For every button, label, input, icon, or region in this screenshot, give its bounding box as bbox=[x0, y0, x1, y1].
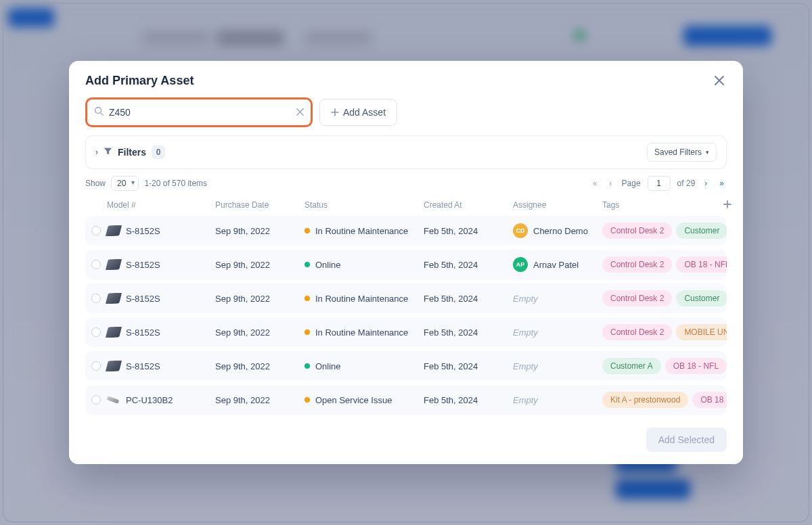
status-dot-icon bbox=[304, 363, 310, 369]
search-field-wrap[interactable] bbox=[85, 97, 313, 127]
page-size-select[interactable]: 20 bbox=[111, 176, 139, 191]
tag[interactable]: Customer bbox=[676, 223, 727, 239]
device-icon bbox=[107, 327, 120, 338]
page-input[interactable] bbox=[648, 176, 671, 191]
x-icon bbox=[296, 108, 304, 116]
purchase-date: Sep 9th, 2022 bbox=[212, 260, 302, 270]
device-icon bbox=[107, 259, 120, 270]
purchase-date: Sep 9th, 2022 bbox=[212, 294, 302, 304]
tags-cell: Control Desk 2Customer bbox=[600, 223, 727, 239]
purchase-date: Sep 9th, 2022 bbox=[212, 226, 302, 236]
add-column-button[interactable] bbox=[717, 200, 735, 210]
model-text: S-8152S bbox=[126, 226, 160, 236]
status-dot-icon bbox=[304, 296, 310, 301]
tag[interactable]: OB 18 - NFL bbox=[665, 358, 727, 374]
page-of-text: of 29 bbox=[677, 179, 696, 188]
model-text: S-8152S bbox=[126, 361, 160, 371]
first-page-button[interactable]: « bbox=[590, 177, 600, 189]
saved-filters-button[interactable]: Saved Filters ▾ bbox=[647, 143, 717, 162]
col-status[interactable]: Status bbox=[302, 200, 421, 210]
col-model[interactable]: Model # bbox=[104, 200, 212, 210]
table-row[interactable]: S-8152SSep 9th, 2022In Routine Maintenan… bbox=[85, 216, 727, 246]
tag[interactable]: Customer bbox=[676, 290, 727, 306]
col-created-at[interactable]: Created At bbox=[421, 200, 510, 210]
clear-search-button[interactable] bbox=[296, 107, 304, 118]
row-radio[interactable] bbox=[91, 260, 101, 269]
assignee-name: Arnav Patel bbox=[533, 260, 579, 270]
col-assignee[interactable]: Assignee bbox=[510, 200, 600, 210]
table-row[interactable]: PC-U130B2Sep 9th, 2022Open Service Issue… bbox=[85, 385, 727, 415]
row-radio[interactable] bbox=[91, 395, 101, 405]
filters-toggle[interactable]: › Filters 0 bbox=[95, 145, 165, 159]
status-text: Online bbox=[315, 260, 341, 270]
avatar: AP bbox=[513, 257, 528, 272]
status-text: Open Service Issue bbox=[315, 395, 392, 405]
created-at: Feb 5th, 2024 bbox=[421, 294, 510, 304]
device-icon bbox=[107, 361, 120, 371]
tag[interactable]: OB 18 bbox=[692, 392, 727, 408]
status-text: Online bbox=[315, 361, 341, 371]
modal-title: Add Primary Asset bbox=[85, 74, 194, 88]
range-text: 1-20 of 570 items bbox=[144, 179, 207, 188]
chevron-right-icon: › bbox=[95, 147, 98, 157]
assignee-name: Cherno Demo bbox=[533, 226, 588, 236]
search-icon bbox=[94, 106, 104, 118]
tag[interactable]: OB 18 - NFL bbox=[676, 256, 727, 273]
status-dot-icon bbox=[304, 262, 310, 267]
add-asset-button[interactable]: Add Asset bbox=[319, 99, 397, 126]
status-dot-icon bbox=[304, 329, 310, 335]
row-radio[interactable] bbox=[91, 327, 101, 337]
tags-cell: Control Desk 2Customer bbox=[600, 290, 727, 306]
row-radio[interactable] bbox=[91, 294, 101, 303]
table-row[interactable]: S-8152SSep 9th, 2022In Routine Maintenan… bbox=[85, 317, 727, 347]
tags-cell: Control Desk 2MOBILE UN bbox=[600, 324, 727, 340]
col-purchase-date[interactable]: Purchase Date bbox=[212, 200, 302, 210]
table-row[interactable]: S-8152SSep 9th, 2022OnlineFeb 5th, 2024E… bbox=[85, 351, 727, 381]
status-dot-icon bbox=[304, 397, 310, 403]
tag[interactable]: MOBILE UN bbox=[676, 324, 727, 340]
prev-page-button[interactable]: ‹ bbox=[607, 177, 615, 189]
table-body: S-8152SSep 9th, 2022In Routine Maintenan… bbox=[85, 216, 727, 415]
tags-cell: Customer AOB 18 - NFL bbox=[600, 358, 727, 374]
next-page-button[interactable]: › bbox=[702, 177, 710, 189]
tag[interactable]: Control Desk 2 bbox=[602, 324, 672, 340]
tag[interactable]: Control Desk 2 bbox=[602, 223, 672, 239]
created-at: Feb 5th, 2024 bbox=[421, 395, 510, 405]
tags-cell: Kit A - prestonwoodOB 18 bbox=[600, 392, 727, 408]
table-row[interactable]: S-8152SSep 9th, 2022In Routine Maintenan… bbox=[85, 283, 727, 313]
col-tags[interactable]: Tags bbox=[600, 200, 717, 210]
modal-overlay: Add Primary Asset Add Asset bbox=[0, 0, 812, 525]
device-icon bbox=[107, 293, 120, 304]
assignee-empty: Empty bbox=[513, 395, 538, 405]
tag[interactable]: Kit A - prestonwood bbox=[602, 392, 688, 408]
purchase-date: Sep 9th, 2022 bbox=[212, 327, 302, 338]
tag[interactable]: Control Desk 2 bbox=[602, 290, 672, 306]
close-button[interactable] bbox=[712, 73, 727, 88]
filters-label: Filters bbox=[118, 147, 146, 158]
row-radio[interactable] bbox=[91, 361, 101, 371]
purchase-date: Sep 9th, 2022 bbox=[212, 361, 302, 371]
table-row[interactable]: S-8152SSep 9th, 2022OnlineFeb 5th, 2024A… bbox=[85, 250, 727, 279]
model-text: S-8152S bbox=[126, 327, 160, 338]
status-dot-icon bbox=[304, 228, 310, 233]
created-at: Feb 5th, 2024 bbox=[421, 226, 510, 236]
saved-filters-label: Saved Filters bbox=[654, 147, 702, 157]
tag[interactable]: Control Desk 2 bbox=[602, 256, 672, 273]
model-text: PC-U130B2 bbox=[126, 395, 173, 405]
row-radio[interactable] bbox=[91, 226, 101, 235]
last-page-button[interactable]: » bbox=[717, 177, 727, 189]
created-at: Feb 5th, 2024 bbox=[421, 361, 510, 371]
device-icon bbox=[107, 225, 120, 236]
model-text: S-8152S bbox=[126, 294, 160, 304]
tag[interactable]: Customer A bbox=[602, 358, 661, 374]
search-input[interactable] bbox=[109, 107, 288, 118]
table-header: Model # Purchase Date Status Created At … bbox=[85, 195, 727, 216]
status-text: In Routine Maintenance bbox=[315, 327, 408, 338]
avatar: CD bbox=[513, 223, 528, 238]
assignee-empty: Empty bbox=[513, 294, 538, 304]
add-selected-button[interactable]: Add Selected bbox=[646, 428, 727, 452]
status-text: In Routine Maintenance bbox=[315, 226, 408, 236]
add-primary-asset-modal: Add Primary Asset Add Asset bbox=[69, 61, 743, 464]
filters-count: 0 bbox=[152, 145, 165, 159]
filters-bar: › Filters 0 Saved Filters ▾ bbox=[85, 135, 727, 169]
